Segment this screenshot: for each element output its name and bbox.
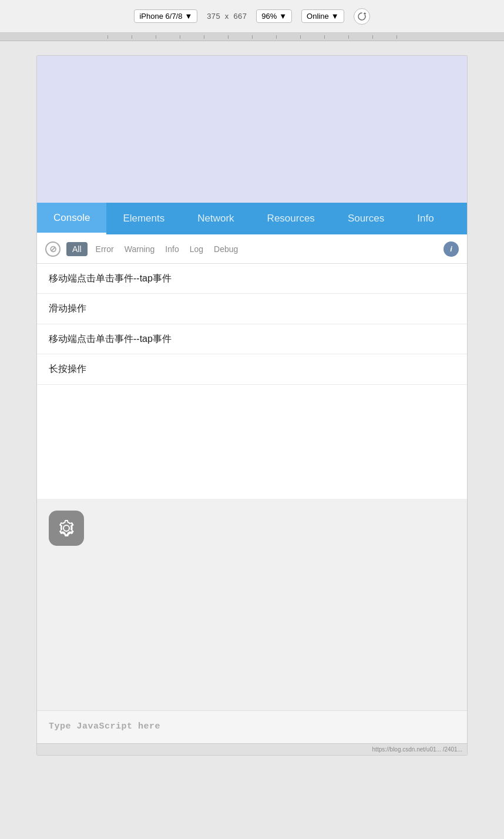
filter-bar: ⊘ All Error Warning Info Log Debug i <box>37 234 467 264</box>
filter-all-button[interactable]: All <box>66 242 88 256</box>
device-frame: Console Elements Network Resources Sourc… <box>36 55 468 756</box>
ruler-tick <box>348 35 349 39</box>
main-area: Console Elements Network Resources Sourc… <box>0 41 504 770</box>
tab-network[interactable]: Network <box>181 203 250 234</box>
ruler-tick <box>252 35 253 39</box>
ruler-bar <box>0 33 504 41</box>
tab-resources[interactable]: Resources <box>251 203 331 234</box>
log-entry: 滑动操作 <box>37 294 467 324</box>
device-label: iPhone 6/7/8 <box>139 12 182 21</box>
network-label: Online <box>307 12 329 21</box>
filter-error[interactable]: Error <box>93 243 116 255</box>
clear-icon: ⊘ <box>49 244 57 253</box>
filter-log[interactable]: Log <box>187 243 206 255</box>
ruler-tick <box>300 35 301 39</box>
filter-debug[interactable]: Debug <box>211 243 240 255</box>
clear-console-button[interactable]: ⊘ <box>45 241 61 257</box>
zoom-arrow: ▼ <box>279 12 287 21</box>
devtools-tabs: Console Elements Network Resources Sourc… <box>37 203 467 234</box>
gear-area <box>37 499 467 593</box>
ruler-tick <box>107 35 108 39</box>
ruler-tick <box>324 35 325 39</box>
log-entry: 长按操作 <box>37 354 467 384</box>
ruler-tick <box>204 35 204 39</box>
phone-viewport <box>37 56 467 203</box>
ruler-tick <box>228 35 229 39</box>
ruler-tick <box>276 35 277 39</box>
ruler-tick <box>180 35 180 39</box>
viewport-height: 667 <box>234 12 247 21</box>
log-entry: 移动端点击单击事件--tap事件 <box>37 324 467 354</box>
log-entry: 移动端点击单击事件--tap事件 <box>37 264 467 294</box>
dimension-separator: x <box>225 12 229 21</box>
svg-marker-0 <box>363 12 366 14</box>
zoom-selector[interactable]: 96% ▼ <box>256 9 292 23</box>
viewport-width: 375 <box>207 12 220 21</box>
network-arrow: ▼ <box>331 12 339 21</box>
js-input-area[interactable]: Type JavaScript here <box>37 710 467 743</box>
filter-info[interactable]: Info <box>163 243 181 255</box>
tab-info[interactable]: Info <box>401 203 450 234</box>
tab-console[interactable]: Console <box>37 203 106 234</box>
top-toolbar: iPhone 6/7/8 ▼ 375 x 667 96% ▼ Online ▼ <box>0 0 504 33</box>
zoom-label: 96% <box>261 12 277 21</box>
tab-sources[interactable]: Sources <box>331 203 401 234</box>
url-text: https://blog.csdn.net/u01... /2401... <box>372 746 462 753</box>
js-input-placeholder: Type JavaScript here <box>49 721 160 731</box>
extra-space <box>37 593 467 710</box>
url-bar: https://blog.csdn.net/u01... /2401... <box>37 743 467 755</box>
settings-gear-button[interactable] <box>49 511 84 546</box>
viewport-dimensions: 375 x 667 <box>207 12 247 21</box>
tab-elements[interactable]: Elements <box>106 203 181 234</box>
rotate-button[interactable] <box>354 8 370 25</box>
device-arrow: ▼ <box>184 12 192 21</box>
filter-warning[interactable]: Warning <box>122 243 157 255</box>
ruler-tick <box>372 35 373 39</box>
network-selector[interactable]: Online ▼ <box>301 9 344 23</box>
device-selector[interactable]: iPhone 6/7/8 ▼ <box>134 9 197 23</box>
ruler-tick <box>397 35 397 39</box>
console-log: 移动端点击单击事件--tap事件 滑动操作 移动端点击单击事件--tap事件 长… <box>37 264 467 499</box>
ruler-tick <box>132 35 132 39</box>
ruler-tick <box>156 35 156 39</box>
info-details-button[interactable]: i <box>443 241 459 257</box>
